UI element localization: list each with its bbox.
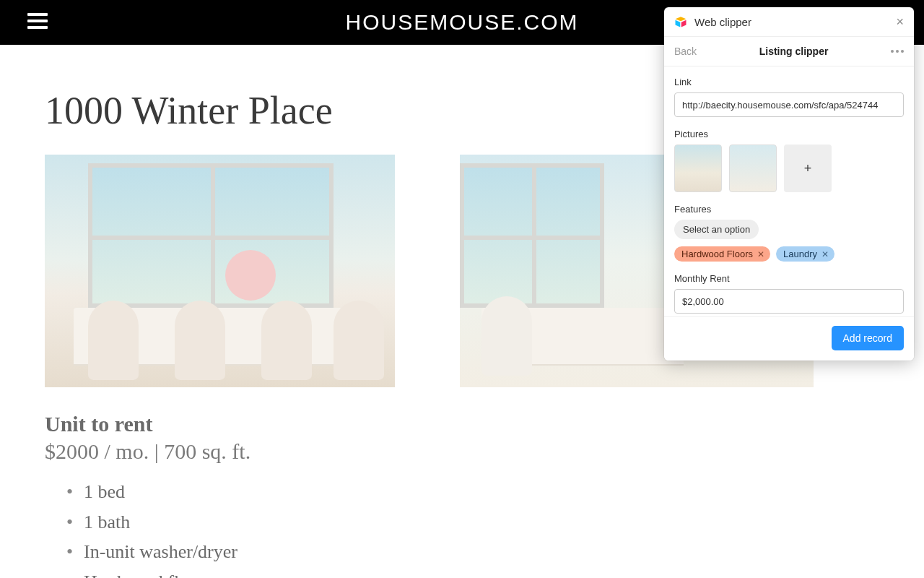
picture-thumbnail[interactable] [729,144,777,192]
remove-tag-icon[interactable]: ✕ [821,249,829,259]
web-clipper-panel: Web clipper × Back Listing clipper Link … [664,7,914,361]
list-item: 1 bed [84,477,924,507]
clipper-subheader: Back Listing clipper [664,37,914,66]
feature-tag: Laundry ✕ [776,246,834,262]
tag-label: Hardwood Floors [681,249,753,259]
more-options-icon[interactable] [891,50,904,53]
clipper-footer: Add record [664,316,914,361]
svg-marker-0 [676,17,687,21]
airtable-logo-icon [674,15,687,28]
site-title: HOUSEMOUSE.COM [345,10,578,35]
picture-thumbnail[interactable] [674,144,722,192]
listing-photo[interactable] [45,155,395,387]
add-record-button[interactable]: Add record [832,326,904,350]
add-picture-button[interactable]: + [784,144,832,192]
field-features: Features Select an option Hardwood Floor… [674,204,904,262]
rent-label: Monthly Rent [674,273,904,284]
field-rent: Monthly Rent [674,273,904,314]
clipper-body: Link Pictures + Features Select an optio… [664,66,914,316]
field-link: Link [674,77,904,117]
link-label: Link [674,77,904,87]
list-item: In-unit washer/dryer [84,537,924,567]
plus-icon: + [804,161,812,176]
close-icon[interactable]: × [896,15,904,28]
listing-subheading: Unit to rent [45,412,924,436]
rent-input[interactable] [674,289,904,314]
clipper-title: Web clipper [694,16,889,28]
list-item: Hardwood floors [84,567,924,578]
clipper-subtitle: Listing clipper [759,46,829,57]
feature-tag: Hardwood Floors ✕ [674,246,770,262]
svg-marker-2 [681,20,687,27]
select-option-button[interactable]: Select an option [674,220,759,239]
listing-summary: Unit to rent $2000 / mo. | 700 sq. ft. [45,412,924,464]
field-pictures: Pictures + [674,129,904,192]
listing-details-list: 1 bed 1 bath In-unit washer/dryer Hardwo… [45,477,924,578]
remove-tag-icon[interactable]: ✕ [757,249,764,259]
feature-tags: Hardwood Floors ✕ Laundry ✕ [674,246,904,262]
clipper-header: Web clipper × [664,7,914,37]
list-item: 1 bath [84,507,924,538]
features-label: Features [674,204,904,215]
link-input[interactable] [674,92,904,117]
listing-priceline: $2000 / mo. | 700 sq. ft. [45,439,924,464]
pictures-label: Pictures [674,129,904,139]
back-button[interactable]: Back [674,46,697,57]
hamburger-menu-icon[interactable] [27,13,48,29]
svg-marker-1 [676,20,681,27]
tag-label: Laundry [783,249,817,259]
